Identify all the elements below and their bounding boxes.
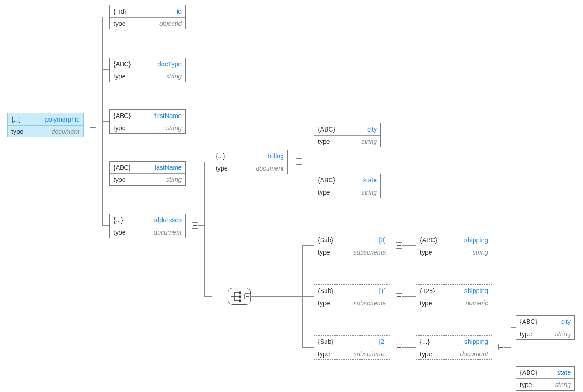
node-name: state: [335, 176, 377, 184]
node-shipping-document[interactable]: {...}shipping typedocument: [416, 335, 492, 360]
node-name: shipping: [435, 287, 488, 294]
node-tag: {ABC}: [520, 369, 537, 376]
node-name: shipping: [437, 236, 488, 244]
schema-diagram: {...}polymorphic typedocument {_id}_id t…: [0, 0, 583, 392]
node-type: string: [330, 189, 377, 196]
node-shipping-numeric[interactable]: {123}shipping typenumeric: [416, 284, 492, 309]
node-tag: {...}: [11, 116, 21, 123]
collapse-toggle[interactable]: [192, 222, 198, 229]
node-name: billing: [225, 152, 284, 160]
node-type: string: [532, 381, 571, 388]
node-type: string: [125, 176, 182, 183]
node-sub1[interactable]: {Sub}[1] typesubschema: [314, 284, 390, 309]
type-label: type: [114, 20, 125, 27]
collapse-toggle[interactable]: [296, 158, 302, 165]
type-label: type: [11, 128, 23, 135]
type-label: type: [114, 124, 125, 132]
node-type: string: [432, 249, 488, 256]
type-label: type: [318, 249, 330, 256]
type-label: type: [520, 381, 532, 388]
node-type: string: [330, 138, 377, 145]
collapse-toggle[interactable]: [396, 344, 402, 350]
node-name: [2]: [333, 338, 386, 345]
node-type: string: [125, 73, 182, 80]
type-label: type: [420, 299, 432, 307]
node-tag: {Sub}: [318, 236, 333, 244]
node-tag: {...}: [216, 152, 225, 160]
type-label: type: [318, 350, 330, 358]
node-tag: {Sub}: [318, 338, 333, 345]
connector-lines: [0, 0, 583, 392]
node-sub0[interactable]: {Sub}[0] typesubschema: [314, 234, 390, 258]
node-name: [0]: [333, 236, 386, 244]
collapse-toggle[interactable]: [244, 293, 251, 299]
node-tag: {...}: [420, 338, 430, 345]
branch-icon: [230, 290, 243, 304]
node-type: subschema: [330, 299, 386, 307]
node-name: state: [537, 369, 571, 376]
collapse-toggle[interactable]: [90, 122, 96, 128]
node-doctype[interactable]: {ABC}docType typestring: [109, 58, 186, 82]
node-type: string: [532, 330, 571, 338]
node-shipping-city[interactable]: {ABC}city typestring: [516, 315, 575, 340]
type-label: type: [520, 330, 532, 338]
node-tag: {...}: [114, 216, 123, 224]
type-label: type: [318, 138, 330, 145]
node-lastname[interactable]: {ABC}lastName typestring: [109, 161, 186, 186]
type-label: type: [420, 249, 432, 256]
type-label: type: [114, 73, 125, 80]
type-label: type: [318, 299, 330, 307]
node-name: polymorphic: [21, 116, 79, 123]
node-tag: {ABC}: [114, 164, 131, 171]
type-label: type: [216, 165, 227, 172]
node-billing[interactable]: {...}billing typedocument: [212, 150, 288, 174]
collapse-toggle[interactable]: [498, 344, 504, 350]
node-type: string: [125, 124, 182, 132]
type-label: type: [114, 229, 125, 236]
svg-rect-0: [239, 292, 241, 294]
node-name: lastName: [131, 164, 182, 171]
node-tag: {ABC}: [318, 126, 335, 133]
type-label: type: [114, 176, 125, 183]
type-label: type: [420, 350, 432, 358]
node-tag: {ABC}: [420, 236, 437, 244]
node-name: _id: [126, 8, 182, 15]
type-label: type: [318, 189, 330, 196]
node-type: objectId: [125, 20, 182, 27]
node-id[interactable]: {_id}_id typeobjectId: [109, 5, 186, 29]
node-type: document: [227, 165, 284, 172]
node-name: addresses: [123, 216, 182, 224]
node-tag: {ABC}: [114, 112, 131, 119]
node-tag: {ABC}: [520, 318, 537, 325]
collapse-toggle[interactable]: [396, 293, 402, 299]
node-name: shipping: [430, 338, 488, 345]
node-sub2[interactable]: {Sub}[2] typesubschema: [314, 335, 390, 360]
svg-rect-2: [239, 300, 241, 302]
node-type: document: [23, 128, 79, 135]
node-tag: {ABC}: [318, 176, 335, 184]
node-firstname[interactable]: {ABC}firstName typestring: [109, 109, 186, 134]
node-billing-city[interactable]: {ABC}city typestring: [314, 123, 381, 147]
node-billing-state[interactable]: {ABC}state typestring: [314, 174, 381, 198]
node-addresses[interactable]: {...}addresses typedocument: [109, 214, 186, 238]
node-tag: {123}: [420, 287, 435, 294]
node-type: numeric: [432, 299, 488, 307]
node-name: docType: [131, 60, 182, 68]
node-type: document: [125, 229, 182, 236]
svg-rect-1: [239, 296, 241, 298]
node-type: subschema: [330, 350, 386, 358]
node-type: document: [432, 350, 488, 358]
node-tag: {ABC}: [114, 60, 131, 68]
node-shipping-string[interactable]: {ABC}shipping typestring: [416, 234, 492, 258]
node-polymorphic[interactable]: {...}polymorphic typedocument: [7, 113, 84, 137]
node-name: city: [335, 126, 377, 133]
collapse-toggle[interactable]: [396, 242, 402, 249]
node-name: firstName: [131, 112, 182, 119]
node-shipping-state[interactable]: {ABC}state typestring: [516, 366, 575, 391]
node-type: subschema: [330, 249, 386, 256]
node-name: city: [537, 318, 571, 325]
node-tag: {Sub}: [318, 287, 333, 294]
node-tag: {_id}: [114, 8, 126, 15]
node-name: [1]: [333, 287, 386, 294]
